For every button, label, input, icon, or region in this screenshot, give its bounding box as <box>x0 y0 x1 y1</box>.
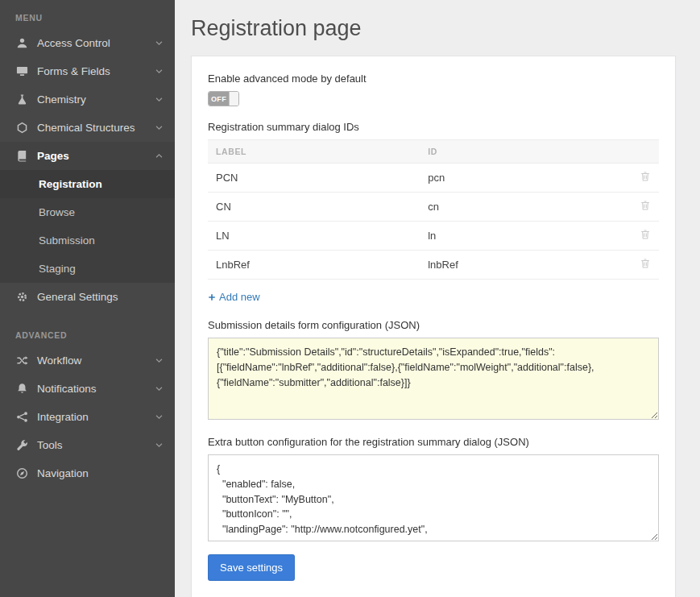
sidebar-item-navigation[interactable]: Navigation <box>0 459 175 487</box>
sidebar-item-general-settings[interactable]: General Settings <box>0 283 175 311</box>
sidebar-item-label: Access Control <box>37 37 155 49</box>
plus-icon <box>208 293 216 301</box>
sidebar-item-label: Chemical Structures <box>37 122 155 134</box>
row-id: cn <box>420 193 632 222</box>
chevron-down-icon <box>155 413 164 421</box>
table-row: PCN pcn <box>208 164 659 193</box>
table-header-row: LABEL ID <box>208 140 659 164</box>
row-label: PCN <box>208 164 420 193</box>
shuffle-icon <box>15 354 28 367</box>
pages-submenu: Registration Browse Submission Staging <box>0 170 175 283</box>
sidebar-item-label: Notifications <box>37 383 155 395</box>
sidebar-item-browse[interactable]: Browse <box>0 198 175 226</box>
chevron-down-icon <box>155 356 164 365</box>
advanced-mode-toggle[interactable]: OFF <box>208 91 239 106</box>
trash-icon[interactable] <box>640 229 651 240</box>
add-new-link[interactable]: Add new <box>208 291 260 303</box>
submission-config-label: Submission details form configuration (J… <box>208 319 659 331</box>
sidebar-item-label: General Settings <box>37 291 164 303</box>
sidebar-item-workflow[interactable]: Workflow <box>0 346 175 375</box>
chevron-up-icon <box>155 151 164 160</box>
sidebar: MENU Access Control Forms & Fields Chemi… <box>0 0 175 597</box>
sidebar-item-integration[interactable]: Integration <box>0 403 175 431</box>
gear-icon <box>15 291 28 304</box>
wrench-icon <box>15 439 28 452</box>
chevron-down-icon <box>155 67 164 76</box>
trash-icon[interactable] <box>640 200 651 211</box>
sidebar-item-label: Workflow <box>37 354 155 367</box>
row-id: ln <box>420 222 632 251</box>
sidebar-item-submission[interactable]: Submission <box>0 226 175 255</box>
hexagon-icon <box>15 122 28 135</box>
integration-icon <box>15 411 28 424</box>
bell-icon <box>15 383 28 396</box>
table-row: CN cn <box>208 193 659 222</box>
row-label: LnbRef <box>208 251 420 280</box>
sidebar-item-registration[interactable]: Registration <box>0 170 175 198</box>
advanced-mode-label: Enable advanced mode by default <box>208 73 659 85</box>
toggle-off-label: OFF <box>209 92 229 106</box>
user-icon <box>15 37 28 50</box>
settings-card: Enable advanced mode by default OFF Regi… <box>191 56 676 597</box>
page-title: Registration page <box>191 16 676 41</box>
toggle-knob <box>229 92 238 106</box>
chevron-down-icon <box>155 384 164 393</box>
sidebar-item-label: Tools <box>37 439 155 451</box>
trash-icon[interactable] <box>640 258 651 269</box>
sidebar-item-pages[interactable]: Pages <box>0 142 175 170</box>
book-icon <box>15 150 28 163</box>
sidebar-item-staging[interactable]: Staging <box>0 255 175 283</box>
display-icon <box>15 65 28 78</box>
row-label: LN <box>208 222 420 251</box>
row-label: CN <box>208 193 420 222</box>
sidebar-item-chemical-structures[interactable]: Chemical Structures <box>0 114 175 142</box>
trash-icon[interactable] <box>640 171 651 182</box>
sidebar-item-notifications[interactable]: Notifications <box>0 375 175 403</box>
sidebar-item-label: Navigation <box>37 467 164 479</box>
compass-icon <box>15 467 28 480</box>
submission-config-textarea[interactable]: {"title":"Submission Details","id":"stru… <box>208 338 659 420</box>
sidebar-item-tools[interactable]: Tools <box>0 431 175 459</box>
extra-button-config-textarea[interactable]: { "enabled": false, "buttonText": "MyBut… <box>208 454 659 541</box>
main-content: Registration page Enable advanced mode b… <box>175 0 700 597</box>
column-header-actions <box>632 140 659 164</box>
dialog-ids-label: Registration summary dialog IDs <box>208 121 659 133</box>
sidebar-advanced-header: ADVANCED <box>0 311 175 346</box>
chevron-down-icon <box>155 441 164 450</box>
sidebar-item-chemistry[interactable]: Chemistry <box>0 85 175 114</box>
row-id: pcn <box>420 164 632 193</box>
table-row: LN ln <box>208 222 659 251</box>
chevron-down-icon <box>155 39 164 48</box>
flask-icon <box>15 93 28 106</box>
sidebar-item-label: Chemistry <box>37 93 155 106</box>
sidebar-item-access-control[interactable]: Access Control <box>0 29 175 57</box>
dialog-ids-table: LABEL ID PCN pcn CN cn LN ln <box>208 139 659 280</box>
extra-button-config-label: Extra button configuration for the regis… <box>208 436 659 448</box>
sidebar-item-label: Forms & Fields <box>37 65 155 77</box>
chevron-down-icon <box>155 95 164 104</box>
save-settings-button[interactable]: Save settings <box>208 554 295 581</box>
chevron-down-icon <box>155 123 164 132</box>
column-header-label: LABEL <box>208 140 420 164</box>
table-row: LnbRef lnbRef <box>208 251 659 280</box>
add-new-label: Add new <box>219 291 260 303</box>
sidebar-menu-header: MENU <box>0 3 175 29</box>
sidebar-item-label: Integration <box>37 411 155 423</box>
sidebar-item-forms-fields[interactable]: Forms & Fields <box>0 57 175 85</box>
row-id: lnbRef <box>420 251 632 280</box>
column-header-id: ID <box>420 140 632 164</box>
sidebar-item-label: Pages <box>37 150 155 162</box>
